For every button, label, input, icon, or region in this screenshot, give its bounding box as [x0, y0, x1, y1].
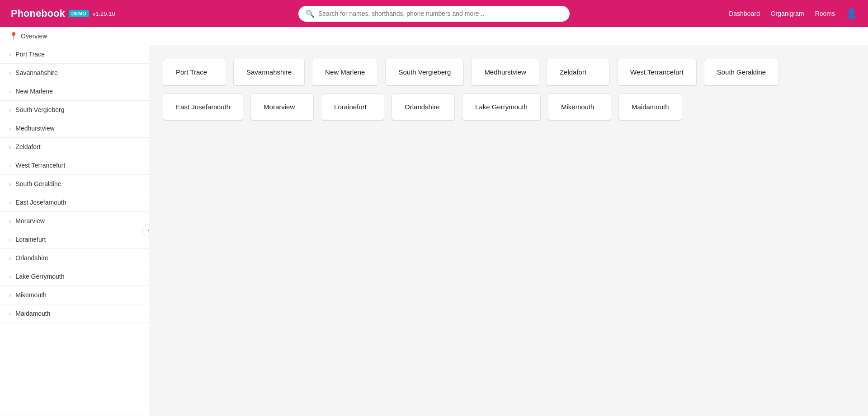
- chevron-icon: ›: [9, 236, 11, 243]
- sidebar-item-orlandshire[interactable]: › Orlandshire: [0, 249, 149, 267]
- sidebar-item-port-trace[interactable]: › Port Trace: [0, 45, 149, 64]
- sidebar-item-lorainefurt[interactable]: › Lorainefurt: [0, 230, 149, 249]
- location-card[interactable]: Maidamouth: [618, 93, 682, 121]
- sidebar-item-mikemouth[interactable]: › Mikemouth: [0, 286, 149, 304]
- location-card[interactable]: South Geraldine: [704, 59, 779, 86]
- location-card[interactable]: East Josefamouth: [163, 93, 243, 121]
- location-card[interactable]: Port Trace: [163, 59, 226, 86]
- sidebar-item-label: Morarview: [15, 217, 45, 224]
- layout: › Port Trace› Savannahshire› New Marlene…: [0, 45, 868, 416]
- location-card[interactable]: Mikemouth: [548, 93, 611, 121]
- sidebar-item-label: Port Trace: [15, 51, 45, 58]
- sidebar-item-label: East Josefamouth: [15, 199, 66, 206]
- breadcrumb-label: Overview: [21, 33, 47, 40]
- chevron-icon: ›: [9, 292, 11, 299]
- user-icon[interactable]: 👤: [846, 8, 857, 19]
- location-card[interactable]: New Marlene: [312, 59, 378, 86]
- sidebar-item-label: Zeldafort: [15, 143, 40, 150]
- chevron-icon: ›: [9, 125, 11, 132]
- location-card[interactable]: West Terrancefurt: [617, 59, 697, 86]
- search-wrapper: 🔍: [298, 6, 570, 22]
- location-icon: 📍: [9, 32, 18, 40]
- location-card[interactable]: Savannahshire: [233, 59, 305, 86]
- nav-rooms[interactable]: Rooms: [815, 10, 835, 17]
- sidebar-item-morarview[interactable]: › Morarview: [0, 212, 149, 230]
- sidebar: › Port Trace› Savannahshire› New Marlene…: [0, 45, 149, 416]
- location-card[interactable]: Morarview: [250, 93, 314, 121]
- location-card[interactable]: Orlandshire: [392, 93, 455, 121]
- location-card[interactable]: Lorainefurt: [321, 93, 384, 121]
- chevron-icon: ›: [9, 199, 11, 206]
- sidebar-item-maidamouth[interactable]: › Maidamouth: [0, 304, 149, 323]
- sidebar-item-label: South Geraldine: [15, 180, 61, 187]
- main-content: Port TraceSavannahshireNew MarleneSouth …: [149, 45, 868, 416]
- sidebar-items: › Port Trace› Savannahshire› New Marlene…: [0, 45, 149, 323]
- sidebar-item-label: Lake Gerrymouth: [15, 273, 64, 280]
- search-bar: 🔍: [298, 6, 570, 22]
- header: Phonebook DEMO v1.29.10 🔍 Dashboard Orga…: [0, 0, 868, 27]
- sidebar-item-label: Medhurstview: [15, 125, 54, 132]
- sidebar-item-label: Mikemouth: [15, 291, 46, 299]
- nav-organigram[interactable]: Organigram: [771, 10, 804, 17]
- sidebar-item-east-josefamouth[interactable]: › East Josefamouth: [0, 193, 149, 212]
- sidebar-item-south-geraldine[interactable]: › South Geraldine: [0, 175, 149, 193]
- search-input[interactable]: [318, 10, 562, 17]
- sidebar-item-label: Orlandshire: [15, 254, 48, 262]
- sidebar-item-label: Maidamouth: [15, 310, 50, 317]
- search-icon: 🔍: [306, 9, 315, 18]
- sidebar-item-zeldafort[interactable]: › Zeldafort: [0, 138, 149, 156]
- sidebar-item-label: West Terrancefurt: [15, 162, 65, 169]
- chevron-icon: ›: [9, 51, 11, 58]
- sidebar-item-west-terrancefurt[interactable]: › West Terrancefurt: [0, 156, 149, 175]
- breadcrumb: 📍 Overview: [0, 27, 868, 45]
- sidebar-item-south-vergieberg[interactable]: › South Vergieberg: [0, 101, 149, 119]
- app-title: Phonebook: [11, 8, 65, 19]
- chevron-icon: ›: [9, 255, 11, 262]
- chevron-icon: ›: [9, 218, 11, 224]
- sidebar-item-savannahshire[interactable]: › Savannahshire: [0, 64, 149, 82]
- logo-group: Phonebook DEMO v1.29.10: [11, 8, 115, 19]
- chevron-icon: ›: [9, 88, 11, 95]
- cards-grid: Port TraceSavannahshireNew MarleneSouth …: [163, 59, 854, 121]
- sidebar-item-lake-gerrymouth[interactable]: › Lake Gerrymouth: [0, 267, 149, 286]
- location-card[interactable]: South Vergieberg: [385, 59, 464, 86]
- chevron-icon: ›: [9, 181, 11, 187]
- version-label: v1.29.10: [93, 10, 115, 17]
- nav-links: Dashboard Organigram Rooms 👤: [729, 8, 857, 19]
- chevron-icon: ›: [9, 310, 11, 317]
- sidebar-item-medhurstview[interactable]: › Medhurstview: [0, 119, 149, 138]
- chevron-icon: ›: [9, 70, 11, 76]
- sidebar-item-label: Savannahshire: [15, 69, 57, 76]
- location-card[interactable]: Lake Gerrymouth: [462, 93, 541, 121]
- sidebar-item-label: New Marlene: [15, 88, 52, 95]
- location-card[interactable]: Medhurstview: [471, 59, 539, 86]
- sidebar-item-new-marlene[interactable]: › New Marlene: [0, 82, 149, 101]
- chevron-icon: ›: [9, 107, 11, 113]
- location-card[interactable]: Zeldafort: [547, 59, 610, 86]
- sidebar-item-label: Lorainefurt: [15, 236, 46, 243]
- chevron-icon: ›: [9, 162, 11, 169]
- sidebar-item-label: South Vergieberg: [15, 106, 64, 113]
- demo-badge: DEMO: [69, 10, 89, 17]
- chevron-icon: ›: [9, 144, 11, 150]
- nav-dashboard[interactable]: Dashboard: [729, 10, 760, 17]
- chevron-icon: ›: [9, 273, 11, 280]
